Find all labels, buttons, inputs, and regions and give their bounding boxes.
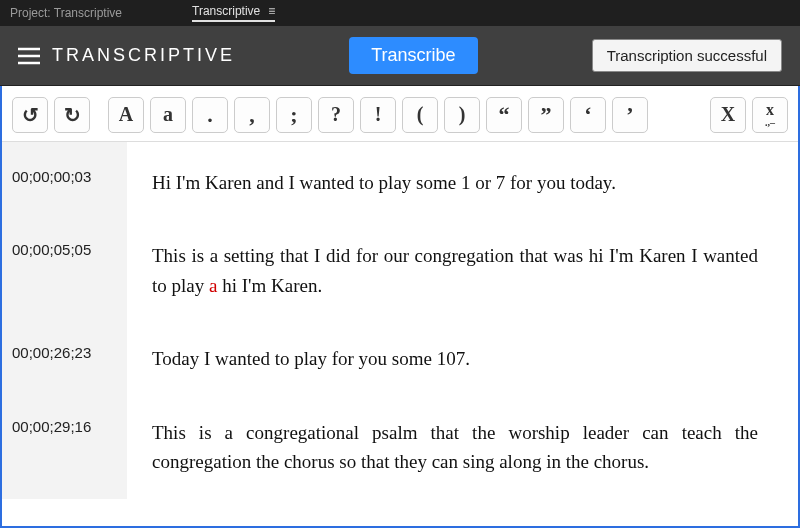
question-button[interactable]: ? [318,97,354,133]
editor-area: ↺ ↻ A a . , ; ? ! ( ) “ ” ‘ ’ X x .,– 00… [0,86,800,528]
project-label: Project: Transcriptive [10,6,122,20]
semicolon-button[interactable]: ; [276,97,312,133]
redo-button[interactable]: ↻ [54,97,90,133]
right-single-quote-button[interactable]: ’ [612,97,648,133]
uppercase-button[interactable]: A [108,97,144,133]
lowercase-button[interactable]: a [150,97,186,133]
transcript-text[interactable]: Hi I'm Karen and I wanted to play some 1… [127,142,798,219]
transcript-text[interactable]: Today I wanted to play for you some 107. [127,322,798,395]
text-span[interactable]: hi I'm Karen. [217,275,322,296]
timecode[interactable]: 00;00;29;16 [2,396,127,499]
transcript-body: 00;00;00;03Hi I'm Karen and I wanted to … [2,142,798,526]
transcript-line: 00;00;05;05This is a setting that I did … [2,219,798,322]
text-span[interactable]: This is a congregational psalm that the … [152,422,758,472]
titlebar: Project: Transcriptive Transcriptive ≡ [0,0,800,26]
brand-name: TRANSCRIPTIVE [52,45,235,66]
transcript-line: 00;00;26;23Today I wanted to play for yo… [2,322,798,395]
brand-area: TRANSCRIPTIVE [18,45,235,66]
hamburger-icon[interactable] [18,47,40,65]
timecode[interactable]: 00;00;00;03 [2,142,127,219]
clear-punct-button[interactable]: x .,– [752,97,788,133]
transcript-text[interactable]: This is a setting that I did for our con… [127,219,798,322]
transcribe-button[interactable]: Transcribe [349,37,477,74]
transcript-line: 00;00;29;16This is a congregational psal… [2,396,798,499]
timecode[interactable]: 00;00;05;05 [2,219,127,322]
transcript-text[interactable]: This is a congregational psalm that the … [127,396,798,499]
transcript-line: 00;00;00;03Hi I'm Karen and I wanted to … [2,142,798,219]
tab-menu-icon[interactable]: ≡ [268,4,275,18]
period-button[interactable]: . [192,97,228,133]
right-double-quote-button[interactable]: ” [528,97,564,133]
text-span[interactable]: Today I wanted to play for you some 107. [152,348,470,369]
transcription-status-button[interactable]: Transcription successful [592,39,782,72]
undo-button[interactable]: ↺ [12,97,48,133]
transcript-lines: 00;00;00;03Hi I'm Karen and I wanted to … [2,142,798,526]
clear-x-button[interactable]: X [710,97,746,133]
text-span[interactable]: Hi I'm Karen and I wanted to play some 1… [152,172,616,193]
clear-punct-x: x [766,102,774,118]
formatting-toolbar: ↺ ↻ A a . , ; ? ! ( ) “ ” ‘ ’ X x .,– [2,86,798,142]
paren-open-button[interactable]: ( [402,97,438,133]
left-single-quote-button[interactable]: ‘ [570,97,606,133]
clear-punct-symbols: .,– [765,118,775,128]
active-tab[interactable]: Transcriptive ≡ [192,4,275,22]
header-bar: TRANSCRIPTIVE Transcribe Transcription s… [0,26,800,86]
timecode[interactable]: 00;00;26;23 [2,322,127,395]
left-double-quote-button[interactable]: “ [486,97,522,133]
paren-close-button[interactable]: ) [444,97,480,133]
exclaim-button[interactable]: ! [360,97,396,133]
tab-label: Transcriptive [192,4,260,18]
comma-button[interactable]: , [234,97,270,133]
